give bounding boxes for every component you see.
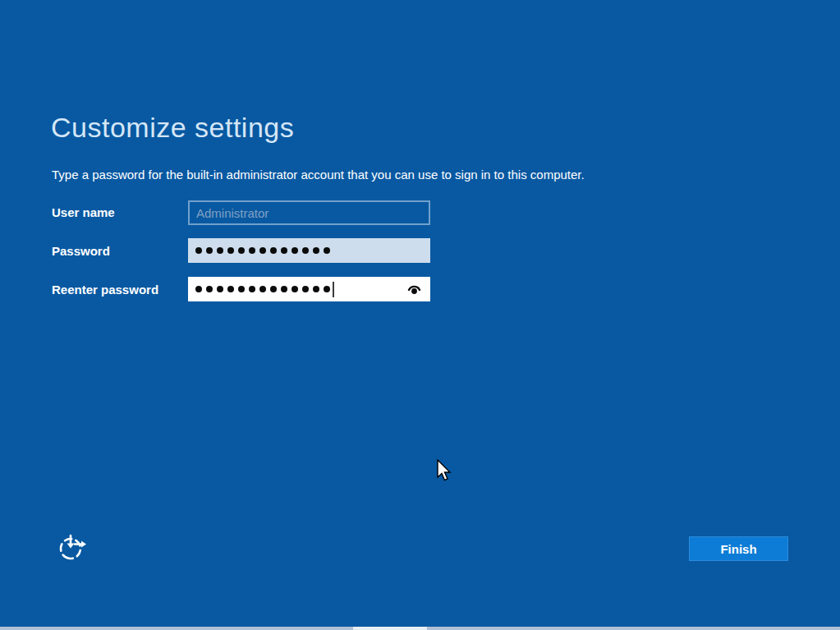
ease-of-access-button[interactable] [54,531,90,567]
username-field-wrap [188,200,430,225]
password-dots [195,247,330,254]
ease-of-access-icon [56,531,89,567]
password-input[interactable] [188,238,430,263]
text-caret [333,282,334,297]
page-title: Customize settings [51,112,294,144]
reenter-password-dots [195,286,330,292]
username-label: User name [52,205,115,219]
password-label: Password [52,244,110,258]
oobe-customize-settings-screen: Customize settings Type a password for t… [0,0,840,630]
reenter-password-input[interactable] [188,277,430,301]
username-input[interactable] [188,200,430,225]
bottom-scrollbar-thumb[interactable] [353,627,427,630]
bottom-scrollbar[interactable] [0,627,840,630]
mouse-cursor-icon [436,459,452,486]
finish-button[interactable]: Finish [689,536,788,561]
reenter-password-label: Reenter password [52,283,158,297]
page-subtitle: Type a password for the built-in adminis… [52,168,585,182]
eye-reveal-icon[interactable] [406,283,422,296]
